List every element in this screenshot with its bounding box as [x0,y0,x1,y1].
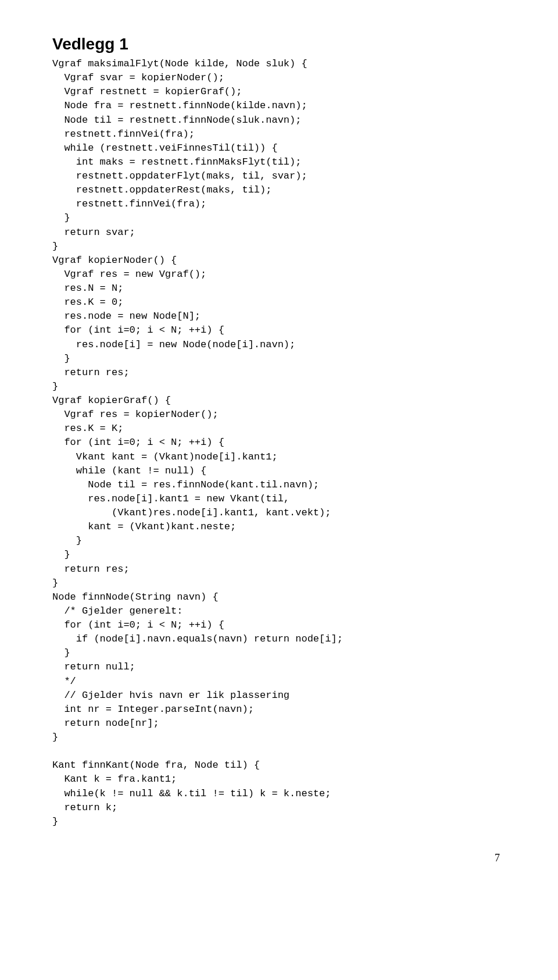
code-block: Vgraf maksimalFlyt(Node kilde, Node sluk… [52,57,506,829]
page-title: Vedlegg 1 [52,35,506,54]
page-number: 7 [52,852,506,864]
